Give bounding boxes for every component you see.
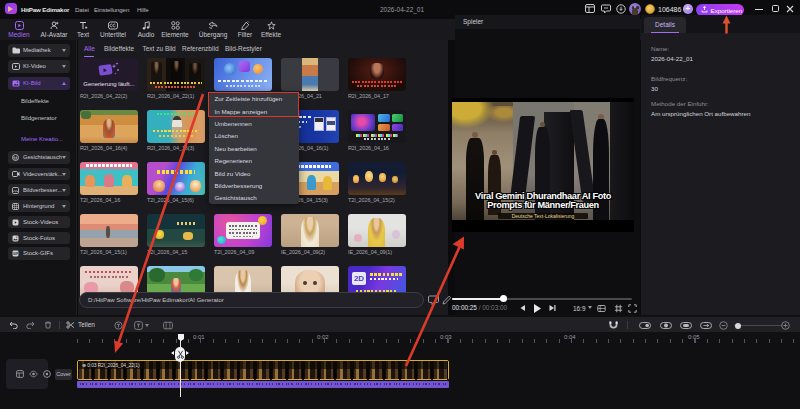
svg-text:GIF: GIF xyxy=(13,252,19,256)
